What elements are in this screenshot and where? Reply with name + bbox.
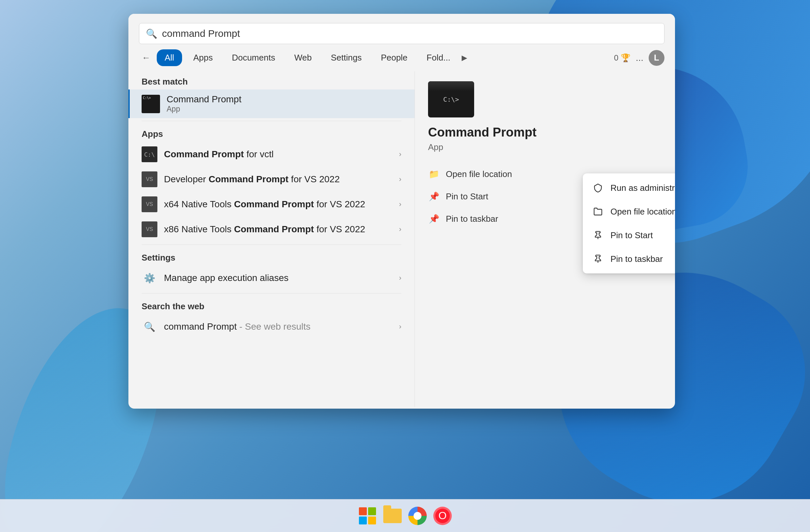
taskbar: O — [0, 499, 810, 532]
pin-icon: 📌 — [428, 190, 440, 202]
app-preview-title: Command Prompt — [428, 126, 536, 139]
ctx-pin-to-start[interactable]: Pin to Start — [583, 223, 675, 247]
web-item-title: command Prompt - See web results — [164, 321, 392, 332]
tab-all[interactable]: All — [157, 49, 182, 66]
tab-web[interactable]: Web — [287, 49, 320, 66]
filter-tabs: ← All Apps Documents Web Settings People… — [128, 49, 675, 66]
tab-people[interactable]: People — [373, 49, 416, 66]
list-item[interactable]: C:\ Command Prompt for vctl › — [128, 142, 415, 167]
windows-logo-icon — [359, 507, 376, 525]
settings-item-title: Manage app execution aliases — [164, 273, 392, 283]
cmd-app-icon: C:\> — [142, 95, 160, 113]
app-item-title-1: Command Prompt for vctl — [164, 149, 392, 160]
avatar[interactable]: L — [649, 50, 664, 66]
app-preview-icon: C:\> — [428, 81, 474, 117]
context-menu: Run as administrator Open file location — [583, 173, 675, 273]
ctx-open-file-label: Open file location — [611, 206, 675, 217]
pin-taskbar-icon: 📌 — [428, 213, 440, 225]
search-window: 🔍 command Prompt ← All Apps Documents We… — [128, 14, 675, 409]
list-item[interactable]: VS x86 Native Tools Command Prompt for V… — [128, 217, 415, 242]
list-item[interactable]: ⚙️ Manage app execution aliases › — [128, 266, 415, 290]
best-match-title: Command Prompt — [167, 94, 401, 105]
app-item-title-4: x86 Native Tools Command Prompt for VS 2… — [164, 224, 392, 235]
right-panel: C:\> Command Prompt App 📁 Open file loca… — [415, 71, 675, 407]
ctx-run-as-admin[interactable]: Run as administrator — [583, 176, 675, 200]
settings-header: Settings — [128, 247, 415, 266]
file-explorer-icon — [383, 509, 402, 523]
chevron-right-icon: › — [399, 175, 401, 184]
list-item[interactable]: 🔍 command Prompt - See web results › — [128, 314, 415, 339]
filter-extras: 0 🏆 ... L — [614, 50, 664, 66]
settings-icon: ⚙️ — [142, 270, 157, 286]
folder-icon: 📁 — [428, 168, 440, 180]
app-preview-type: App — [428, 142, 443, 152]
chevron-right-icon: › — [399, 150, 401, 159]
search-input[interactable]: command Prompt — [162, 28, 658, 39]
ctx-pin-taskbar-label: Pin to taskbar — [611, 254, 663, 264]
file-explorer-button[interactable] — [382, 505, 403, 527]
ctx-pin-to-taskbar[interactable]: Pin to taskbar — [583, 247, 675, 271]
search-icon: 🔍 — [146, 28, 157, 39]
x64-cmd-icon: VS — [142, 196, 157, 212]
tab-apps[interactable]: Apps — [185, 49, 221, 66]
chevron-right-icon: › — [399, 274, 401, 282]
app-item-title-2: Developer Command Prompt for VS 2022 — [164, 174, 392, 185]
left-panel: Best match C:\> Command Prompt App Apps — [128, 71, 415, 407]
search-bar-area: 🔍 command Prompt — [128, 14, 675, 49]
tab-settings[interactable]: Settings — [323, 49, 370, 66]
dev-cmd-icon: VS — [142, 171, 157, 187]
ctx-open-file-location[interactable]: Open file location — [583, 200, 675, 223]
chevron-right-icon: › — [399, 200, 401, 209]
chevron-right-icon: › — [399, 322, 401, 331]
best-match-subtitle: App — [167, 105, 401, 114]
chrome-icon — [408, 507, 427, 525]
folder-open-icon — [592, 206, 604, 217]
app-item-title-3: x64 Native Tools Command Prompt for VS 2… — [164, 199, 392, 210]
divider-1 — [142, 121, 401, 121]
divider-2 — [142, 245, 401, 245]
back-button[interactable]: ← — [139, 51, 153, 65]
shield-icon — [592, 182, 604, 194]
tab-folders[interactable]: Fold... — [419, 49, 458, 66]
more-button[interactable]: ... — [636, 53, 643, 63]
count-badge: 0 🏆 — [614, 53, 631, 63]
x86-cmd-icon: VS — [142, 221, 157, 237]
pin-start-icon — [592, 229, 604, 241]
list-item[interactable]: VS x64 Native Tools Command Prompt for V… — [128, 192, 415, 217]
opera-button[interactable]: O — [432, 505, 453, 527]
best-match-item[interactable]: C:\> Command Prompt App — [128, 89, 415, 118]
chevron-right-icon: › — [399, 225, 401, 234]
list-item[interactable]: VS Developer Command Prompt for VS 2022 … — [128, 167, 415, 192]
play-icon[interactable]: ▶ — [461, 54, 467, 62]
web-header: Search the web — [128, 296, 415, 314]
content-area: Best match C:\> Command Prompt App Apps — [128, 71, 675, 407]
best-match-header: Best match — [128, 71, 415, 89]
ctx-run-as-admin-label: Run as administrator — [611, 183, 675, 193]
chrome-button[interactable] — [407, 505, 428, 527]
apps-header: Apps — [128, 124, 415, 142]
pin-taskbar-icon — [592, 253, 604, 265]
tab-documents[interactable]: Documents — [224, 49, 283, 66]
search-bar[interactable]: 🔍 command Prompt — [139, 23, 664, 44]
web-search-icon: 🔍 — [142, 319, 157, 335]
divider-3 — [142, 293, 401, 294]
ctx-pin-start-label: Pin to Start — [611, 230, 653, 240]
start-button[interactable] — [357, 505, 378, 527]
cmd-vctl-icon: C:\ — [142, 146, 157, 162]
opera-icon: O — [433, 507, 452, 525]
